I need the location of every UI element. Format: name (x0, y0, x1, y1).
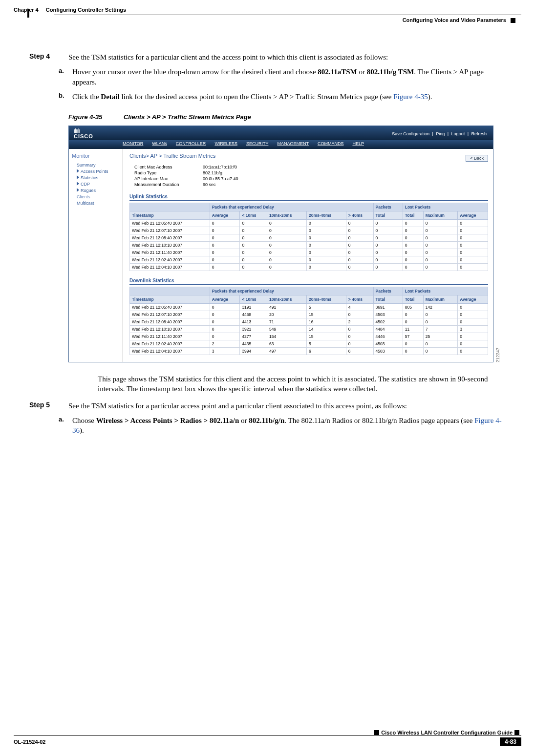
nav-management[interactable]: MANAGEMENT (277, 141, 309, 146)
side-statistics[interactable]: Statistics (77, 175, 119, 180)
nav-help[interactable]: HELP (352, 141, 364, 146)
kv-key: Radio Type (134, 170, 203, 175)
cell: Wed Feb 21 12:02:40 2007 (130, 256, 210, 264)
refresh-link[interactable]: Refresh (471, 131, 487, 136)
column-header: Average (458, 211, 488, 220)
t: . The 802.11a/n Radios or 802.11b/g/n Ra… (284, 417, 474, 424)
chevron-right-icon (77, 175, 79, 179)
fig-main: Clients> AP > Traffic Stream Metrics < B… (123, 149, 493, 362)
cell: 0 (458, 227, 488, 234)
cell: 0 (210, 311, 240, 318)
side-access-points[interactable]: Access Points (77, 169, 119, 174)
sub-letter-b: b. (59, 92, 72, 102)
cell: 3 (210, 348, 240, 355)
kv-key: AP Interface Mac (134, 176, 203, 181)
side-cdp[interactable]: CDP (77, 182, 119, 187)
uplink-title: Uplink Statistics (129, 194, 488, 201)
cell: 0 (423, 249, 458, 256)
ping-link[interactable]: Ping (436, 131, 445, 136)
figure-screenshot: ılıılı CISCO Save Configuration | Ping |… (68, 126, 493, 362)
figure-id: 212247 (495, 347, 500, 362)
th: Packets that experienced Delay (210, 287, 373, 295)
cell: 0 (210, 264, 240, 271)
left-margin-mark (27, 9, 29, 18)
fig-top-bar: ılıılı CISCO Save Configuration | Ping |… (69, 126, 493, 141)
cell: 15 (306, 311, 346, 318)
cell: 0 (403, 234, 423, 242)
cell: 0 (306, 256, 346, 264)
t: link for the desired access point to ope… (120, 93, 394, 101)
cell: 0 (373, 227, 403, 234)
column-header: Timestamp (130, 211, 210, 220)
side-multicast[interactable]: Multicast (77, 201, 119, 206)
cell: 0 (373, 264, 403, 271)
cell: 63 (267, 340, 307, 348)
side-clients[interactable]: Clients (77, 194, 119, 199)
cell: 0 (306, 227, 346, 234)
column-header: Average (210, 211, 240, 220)
figure-link-4-35[interactable]: Figure 4-35 (393, 93, 428, 101)
chevron-right-icon (77, 182, 79, 186)
footer-marker-icon (374, 730, 379, 735)
kv-key: Measurement Duration (134, 182, 203, 187)
cell: 0 (423, 242, 458, 249)
table-row: Wed Feb 21 12:08:40 20070441371162450200… (130, 318, 488, 326)
cell: 0 (373, 249, 403, 256)
cell: 57 (403, 333, 423, 340)
chevron-right-icon (77, 169, 79, 173)
nav-wireless[interactable]: WIRELESS (214, 141, 237, 146)
chevron-right-icon (77, 188, 79, 192)
nav-controller[interactable]: CONTROLLER (176, 141, 206, 146)
t: or (357, 68, 367, 76)
cell: 0 (267, 227, 307, 234)
t: Detail (101, 93, 119, 101)
step-5a: a. Choose Wireless > Access Points > Rad… (59, 416, 506, 436)
nav-monitor[interactable]: MONITOR (123, 141, 143, 146)
cell: 0 (403, 311, 423, 318)
column-header: Total (373, 295, 403, 304)
back-button[interactable]: < Back (466, 155, 488, 162)
cell: 0 (346, 249, 373, 256)
chapter-number: Chapter 4 (14, 7, 39, 13)
column-header: Maximum (423, 211, 458, 220)
cell: 4468 (240, 311, 267, 318)
page-number: 4-83 (500, 737, 521, 746)
step-5a-text: Choose Wireless > Access Points > Radios… (72, 416, 506, 436)
t: CDP (81, 182, 90, 187)
cell: Wed Feb 21 12:08:40 2007 (130, 234, 210, 242)
cell: 0 (458, 242, 488, 249)
downlink-body: Wed Feb 21 12:05:40 20070319149154369180… (130, 304, 488, 355)
table-row: Wed Feb 21 12:05:40 20070319149154369180… (130, 304, 488, 311)
cell: 0 (423, 340, 458, 348)
cell: 0 (403, 348, 423, 355)
cell: 14 (306, 326, 346, 333)
fig-body: Monitor Summary Access Points Statistics… (69, 149, 493, 362)
nav-commands[interactable]: COMMANDS (318, 141, 344, 146)
table-row: Wed Feb 21 12:04:10 2007000000000 (130, 264, 488, 271)
footer-doc-id: OL-21524-02 (14, 739, 45, 745)
save-configuration-link[interactable]: Save Configuration (392, 131, 429, 136)
cell: 0 (423, 348, 458, 355)
t: ). (428, 93, 432, 101)
cell: 3 (458, 326, 488, 333)
cell: 0 (458, 304, 488, 311)
side-summary[interactable]: Summary (77, 163, 119, 168)
cell: 0 (306, 220, 346, 227)
cell: 3191 (240, 304, 267, 311)
nav-security[interactable]: SECURITY (246, 141, 269, 146)
kv-row: AP Interface Mac00:0b:85:7a:a7:40 (134, 176, 488, 181)
th: Lost Packets (403, 203, 488, 211)
cell: 16 (306, 318, 346, 326)
table-row: Wed Feb 21 12:10:10 20070392154914044841… (130, 326, 488, 333)
cell: 0 (403, 220, 423, 227)
logout-link[interactable]: Logout (451, 131, 465, 136)
t: or (239, 417, 249, 424)
t: Rogues (81, 188, 96, 193)
column-header: 20ms-40ms (306, 295, 346, 304)
cell: 0 (267, 249, 307, 256)
t: Summary (77, 163, 96, 168)
cell: 0 (346, 333, 373, 340)
side-rogues[interactable]: Rogues (77, 188, 119, 193)
nav-wlans[interactable]: WLANs (152, 141, 167, 146)
cell: 0 (403, 227, 423, 234)
